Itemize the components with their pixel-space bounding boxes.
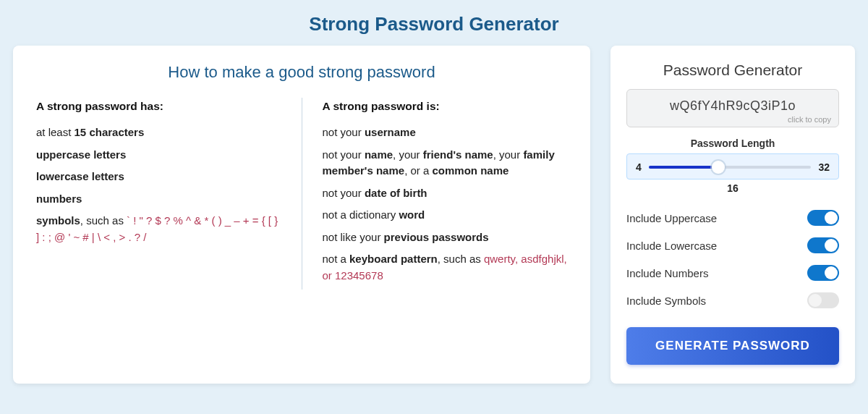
- list-item: not your username: [323, 124, 568, 141]
- option-label: Include Numbers: [626, 267, 708, 279]
- info-card: How to make a good strong password A str…: [13, 46, 590, 384]
- option-label: Include Uppercase: [626, 212, 717, 224]
- slider-value: 16: [626, 182, 839, 194]
- list-item: numbers: [36, 191, 281, 208]
- slider-max: 32: [818, 161, 830, 173]
- option-label: Include Lowercase: [626, 240, 717, 252]
- list-item: not like your previous passwords: [323, 229, 568, 246]
- option-label: Include Symbols: [626, 295, 706, 307]
- password-output[interactable]: wQ6fY4hR9cQ3iP1o click to copy: [626, 89, 839, 127]
- list-item: symbols, such as ` ! " ? $ ? % ^ & * ( )…: [36, 213, 281, 245]
- list-item: not your date of birth: [323, 185, 568, 202]
- slider-thumb[interactable]: [712, 161, 725, 174]
- slider-min: 4: [636, 161, 642, 173]
- list-item: not a dictionary word: [323, 207, 568, 224]
- option-uppercase: Include Uppercase: [626, 204, 839, 232]
- copy-hint: click to copy: [634, 115, 831, 124]
- list-item: not your name, your friend's name, your …: [323, 147, 568, 179]
- slider-track[interactable]: [649, 166, 812, 169]
- info-col-has: A strong password has: at least 15 chara…: [36, 98, 302, 290]
- option-lowercase: Include Lowercase: [626, 232, 839, 259]
- col-is-heading: A strong password is:: [323, 98, 568, 114]
- toggle-symbols[interactable]: [807, 292, 839, 308]
- toggle-numbers[interactable]: [807, 265, 839, 281]
- length-slider[interactable]: 4 32: [626, 153, 839, 179]
- list-item: at least 15 characters: [36, 124, 281, 141]
- info-heading: How to make a good strong password: [36, 63, 567, 82]
- generate-button[interactable]: GENERATE PASSWORD: [626, 327, 839, 365]
- option-numbers: Include Numbers: [626, 259, 839, 287]
- list-item: not a keyboard pattern, such as qwerty, …: [323, 251, 568, 284]
- length-label: Password Length: [626, 138, 839, 149]
- option-symbols: Include Symbols: [626, 287, 839, 314]
- list-item: lowercase letters: [36, 169, 281, 185]
- password-value: wQ6fY4hR9cQ3iP1o: [634, 98, 831, 114]
- page-title: Strong Password Generator: [0, 0, 868, 46]
- list-item: uppercase letters: [36, 147, 281, 164]
- col-has-heading: A strong password has:: [36, 98, 281, 114]
- toggle-uppercase[interactable]: [807, 210, 839, 226]
- info-col-is: A strong password is: not your username …: [302, 98, 568, 290]
- toggle-lowercase[interactable]: [807, 237, 839, 253]
- generator-card: Password Generator wQ6fY4hR9cQ3iP1o clic…: [610, 46, 855, 384]
- generator-heading: Password Generator: [626, 62, 839, 79]
